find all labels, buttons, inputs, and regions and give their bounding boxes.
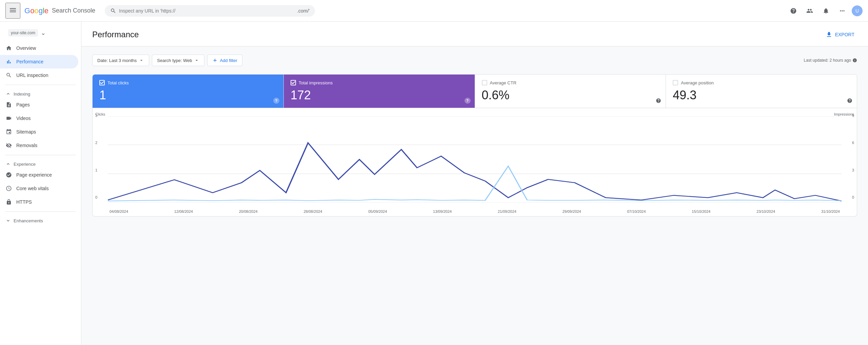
sidebar-item-performance[interactable]: Performance	[0, 55, 78, 68]
url-search-bar[interactable]: .com/'	[105, 5, 315, 17]
notifications-button[interactable]	[819, 4, 833, 18]
y-label: 3	[95, 114, 97, 118]
sidebar-item-label: Core web vitals	[16, 186, 49, 191]
date-filter[interactable]: Date: Last 3 months	[92, 55, 149, 66]
sidebar-item-label: Page experience	[16, 172, 52, 178]
add-filter-label: Add filter	[220, 58, 237, 63]
x-label: 15/10/2024	[692, 209, 710, 214]
metric-checkbox-outline	[482, 80, 487, 85]
property-chevron-icon: ⌄	[41, 29, 46, 37]
magnify-icon	[5, 72, 12, 79]
x-label: 12/08/2024	[174, 209, 193, 214]
section-label: Enhancements	[14, 218, 43, 223]
metric-label: Total clicks	[107, 80, 129, 85]
sidebar-item-https[interactable]: HTTPS	[0, 195, 78, 209]
metric-card-total-impressions[interactable]: Total impressions 172 ?	[284, 75, 475, 108]
section-label: Experience	[14, 162, 36, 167]
main-body: Date: Last 3 months Search type: Web Add…	[81, 46, 868, 225]
x-label: 04/08/2024	[110, 209, 128, 214]
chevron-down-icon	[139, 58, 144, 63]
chevron-down-icon-2	[194, 58, 199, 63]
metric-card-average-position[interactable]: Average position 49.3	[666, 75, 857, 108]
help-button[interactable]	[787, 4, 800, 18]
metric-value: 1	[99, 88, 277, 102]
metric-checkbox	[291, 80, 296, 85]
eye-off-icon	[5, 142, 12, 149]
add-filter-button[interactable]: Add filter	[207, 55, 242, 66]
search-type-label: Search type: Web	[157, 58, 192, 63]
metric-help-icon-2[interactable]: ?	[465, 98, 471, 104]
avatar[interactable]: U	[852, 5, 863, 16]
sidebar-item-label: Removals	[16, 143, 37, 148]
sidebar-item-videos[interactable]: Videos	[0, 111, 78, 125]
metric-card-header: Average position	[673, 80, 850, 85]
property-name: your-site.com	[8, 29, 38, 37]
x-label: 20/08/2024	[239, 209, 258, 214]
info-icon	[852, 58, 857, 63]
metric-value: 49.3	[673, 88, 850, 102]
sidebar-item-page-experience[interactable]: Page experience	[0, 168, 78, 182]
product-name: Search Console	[52, 7, 95, 14]
sidebar-item-overview[interactable]: Overview	[0, 41, 78, 55]
chart-container: Clicks Impressions 3	[92, 108, 857, 217]
sidebar-item-url-inspection[interactable]: URL inspection	[0, 68, 78, 82]
divider-2	[5, 155, 76, 155]
x-axis: 04/08/2024 12/08/2024 20/08/2024 28/08/2…	[110, 209, 840, 214]
y-axis-left: 3 2 1 0	[95, 114, 97, 199]
x-label: 23/10/2024	[756, 209, 775, 214]
divider	[5, 85, 76, 85]
export-button[interactable]: EXPORT	[823, 28, 857, 41]
url-search-input[interactable]	[119, 8, 294, 14]
sidebar-section-enhancements[interactable]: Enhancements	[0, 215, 81, 225]
section-label: Indexing	[14, 92, 30, 97]
circle-check-icon	[5, 171, 12, 178]
x-label: 07/10/2024	[627, 209, 646, 214]
google-logo: G o o g l e	[24, 6, 48, 15]
filters-left: Date: Last 3 months Search type: Web Add…	[92, 55, 242, 66]
accounts-button[interactable]	[803, 4, 816, 18]
x-label: 13/09/2024	[433, 209, 452, 214]
topbar-icons: U	[787, 4, 863, 18]
search-icon	[110, 8, 116, 14]
metric-help-icon-3[interactable]	[655, 98, 662, 104]
metric-help-icon[interactable]: ?	[273, 98, 279, 104]
sidebar-item-core-web-vitals[interactable]: Core web vitals	[0, 182, 78, 195]
gauge-icon	[5, 185, 12, 192]
sidebar-section-indexing[interactable]: Indexing	[0, 88, 81, 98]
metric-cards: Total clicks 1 ? Total impressions	[92, 74, 857, 108]
metric-card-total-clicks[interactable]: Total clicks 1 ?	[93, 75, 284, 108]
search-domain-text: .com/'	[297, 8, 310, 14]
sidebar-item-label: Performance	[16, 59, 43, 64]
sidebar-item-label: Pages	[16, 102, 30, 107]
sidebar-item-pages[interactable]: Pages	[0, 98, 78, 111]
logo: G o o g l e Search Console	[24, 6, 95, 15]
sidebar-item-removals[interactable]: Removals	[0, 139, 78, 152]
sidebar-section-experience[interactable]: Experience	[0, 158, 81, 168]
plus-icon	[212, 58, 218, 63]
lock-icon	[5, 199, 12, 205]
metric-checkbox	[99, 80, 105, 85]
menu-icon[interactable]	[5, 3, 20, 19]
apps-button[interactable]	[835, 4, 849, 18]
y-label: 1	[95, 168, 97, 172]
filter-bar: Date: Last 3 months Search type: Web Add…	[92, 55, 857, 66]
metric-help-icon-4[interactable]	[847, 98, 853, 104]
sidebar-item-sitemaps[interactable]: Sitemaps	[0, 125, 78, 139]
search-type-filter[interactable]: Search type: Web	[152, 55, 204, 66]
metric-card-average-ctr[interactable]: Average CTR 0.6%	[475, 75, 666, 108]
metric-card-header: Total clicks	[99, 80, 277, 85]
collapse-icon	[5, 91, 11, 97]
metric-card-header: Average CTR	[482, 80, 659, 85]
last-updated-text: Last updated: 2 hours ago	[804, 58, 851, 63]
divider-3	[5, 211, 76, 212]
video-icon	[5, 115, 12, 122]
bar-chart-icon	[5, 58, 12, 65]
metric-value: 0.6%	[482, 88, 659, 102]
property-selector[interactable]: your-site.com ⌄	[3, 26, 78, 40]
y-right-label: 3	[852, 168, 854, 172]
sidebar: your-site.com ⌄ Overview Performance URL…	[0, 22, 81, 345]
download-icon	[826, 31, 832, 38]
doc-icon	[5, 101, 12, 108]
x-label: 29/09/2024	[563, 209, 581, 214]
y-right-label: 0	[852, 195, 854, 199]
